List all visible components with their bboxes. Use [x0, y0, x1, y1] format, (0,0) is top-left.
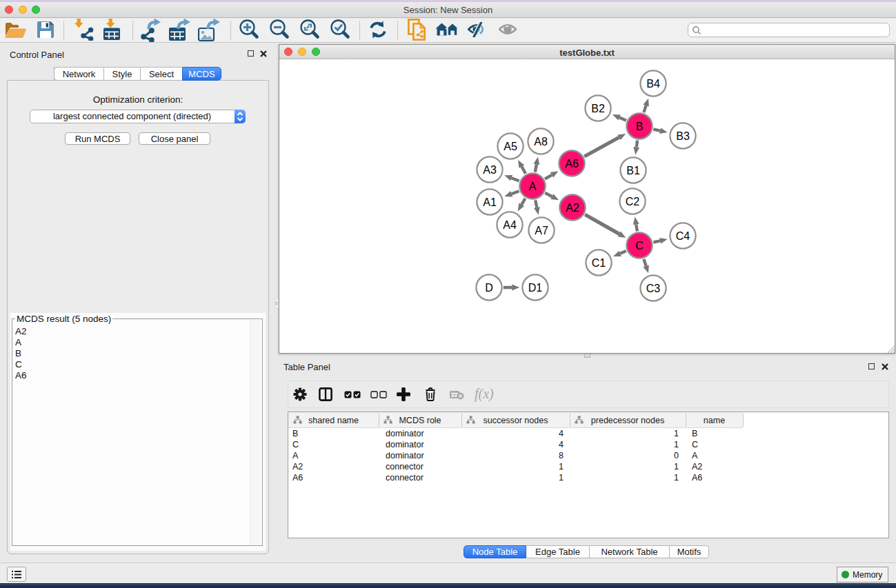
svg-text:A3: A3 — [483, 164, 497, 176]
svg-text:B: B — [636, 121, 644, 132]
svg-text:C4: C4 — [676, 230, 690, 242]
svg-text:B2: B2 — [591, 103, 605, 114]
svg-text:A5: A5 — [504, 141, 517, 152]
svg-text:D1: D1 — [528, 282, 543, 294]
svg-text:C1: C1 — [592, 257, 606, 269]
svg-text:B4: B4 — [646, 78, 660, 90]
svg-text:B3: B3 — [676, 130, 690, 142]
svg-text:A7: A7 — [535, 225, 548, 236]
svg-text:C: C — [635, 240, 644, 252]
svg-text:B1: B1 — [626, 165, 640, 176]
svg-text:A: A — [529, 181, 537, 192]
svg-text:A1: A1 — [483, 196, 497, 208]
svg-text:A8: A8 — [534, 136, 548, 148]
svg-text:A6: A6 — [565, 158, 579, 170]
svg-text:C3: C3 — [646, 283, 661, 294]
svg-text:A2: A2 — [566, 202, 579, 214]
svg-text:C2: C2 — [626, 196, 640, 207]
svg-text:A4: A4 — [503, 219, 517, 231]
svg-text:D: D — [485, 282, 493, 294]
